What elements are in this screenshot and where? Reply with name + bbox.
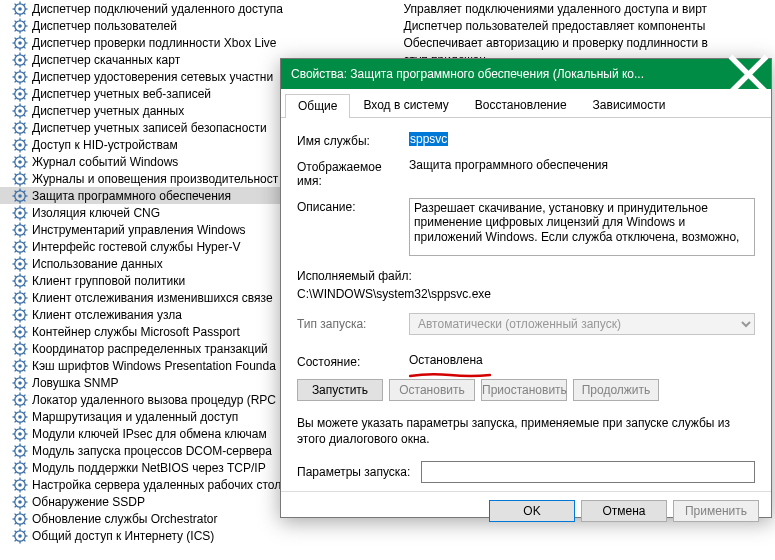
gear-icon <box>12 273 28 289</box>
service-name: Использование данных <box>32 257 163 271</box>
service-name: Интерфейс гостевой службы Hyper-V <box>32 240 240 254</box>
svg-line-216 <box>15 360 17 362</box>
svg-line-139 <box>15 233 17 235</box>
gear-icon <box>12 188 28 204</box>
service-name: Доступ к HID-устройствам <box>32 138 178 152</box>
svg-line-157 <box>24 267 26 269</box>
svg-line-138 <box>24 224 26 226</box>
gear-icon <box>12 392 28 408</box>
svg-line-108 <box>24 173 26 175</box>
svg-line-226 <box>15 377 17 379</box>
svg-point-241 <box>18 415 22 419</box>
svg-point-201 <box>18 347 22 351</box>
svg-line-58 <box>24 88 26 90</box>
svg-line-48 <box>24 71 26 73</box>
svg-line-129 <box>15 216 17 218</box>
gear-icon <box>12 511 28 527</box>
tab-recovery[interactable]: Восстановление <box>462 93 580 117</box>
dialog-titlebar[interactable]: Свойства: Защита программного обеспечени… <box>281 59 771 89</box>
svg-line-228 <box>24 377 26 379</box>
pause-button: Приостановить <box>481 379 567 401</box>
service-name: Координатор распределенных транзакций <box>32 342 268 356</box>
cancel-button[interactable]: Отмена <box>581 500 667 522</box>
service-name: Общий доступ к Интернету (ICS) <box>32 529 214 543</box>
svg-point-61 <box>18 109 22 113</box>
stop-button: Остановить <box>389 379 475 401</box>
gear-icon <box>12 154 28 170</box>
gear-icon <box>12 52 28 68</box>
ok-button[interactable]: OK <box>489 500 575 522</box>
gear-icon <box>12 375 28 391</box>
svg-line-188 <box>24 309 26 311</box>
svg-line-168 <box>24 275 26 277</box>
svg-line-117 <box>24 199 26 201</box>
svg-line-87 <box>24 148 26 150</box>
svg-line-189 <box>15 318 17 320</box>
tab-logon[interactable]: Вход в систему <box>350 93 461 117</box>
dialog-footer: OK Отмена Применить <box>281 491 771 530</box>
svg-point-51 <box>18 92 22 96</box>
svg-line-298 <box>24 496 26 498</box>
svg-line-278 <box>24 462 26 464</box>
svg-line-137 <box>24 233 26 235</box>
svg-line-279 <box>15 471 17 473</box>
state-value: Остановлена <box>409 353 483 367</box>
svg-line-128 <box>24 207 26 209</box>
service-row[interactable]: Диспетчер пользователей <box>0 17 388 34</box>
service-row[interactable]: Диспетчер подключений удаленного доступа <box>0 0 388 17</box>
svg-line-288 <box>24 479 26 481</box>
service-name-value[interactable]: sppsvc <box>409 132 448 146</box>
gear-icon <box>12 528 28 544</box>
start-button[interactable]: Запустить <box>297 379 383 401</box>
label-description: Описание: <box>297 198 409 259</box>
svg-line-18 <box>24 20 26 22</box>
red-underline-annotation <box>409 367 491 372</box>
svg-line-116 <box>15 190 17 192</box>
svg-line-186 <box>15 309 17 311</box>
service-name: Диспетчер учетных веб-записей <box>32 87 211 101</box>
gear-icon <box>12 18 28 34</box>
svg-line-8 <box>24 3 26 5</box>
svg-point-191 <box>18 330 22 334</box>
svg-line-196 <box>15 326 17 328</box>
service-properties-dialog: Свойства: Защита программного обеспечени… <box>280 58 772 518</box>
svg-line-286 <box>15 479 17 481</box>
service-name: Настройка сервера удаленных рабочих стол <box>32 478 281 492</box>
svg-line-107 <box>24 182 26 184</box>
hint-text: Вы можете указать параметры запуска, при… <box>297 415 755 447</box>
gear-icon <box>12 460 28 476</box>
svg-line-297 <box>24 505 26 507</box>
svg-line-258 <box>24 428 26 430</box>
svg-line-207 <box>24 352 26 354</box>
service-name: Маршрутизация и удаленный доступ <box>32 410 238 424</box>
svg-line-167 <box>24 284 26 286</box>
gear-icon <box>12 1 28 17</box>
svg-line-127 <box>24 216 26 218</box>
service-name: Защита программного обеспечения <box>32 189 231 203</box>
service-row[interactable]: Диспетчер проверки подлинности Xbox Live <box>0 34 388 51</box>
svg-point-311 <box>18 534 22 538</box>
svg-line-146 <box>15 241 17 243</box>
svg-line-276 <box>15 462 17 464</box>
gear-icon <box>12 69 28 85</box>
close-button[interactable] <box>726 59 771 89</box>
gear-icon <box>12 171 28 187</box>
svg-line-277 <box>24 471 26 473</box>
start-params-input[interactable] <box>421 461 755 483</box>
svg-point-131 <box>18 228 22 232</box>
display-name-value: Защита программного обеспечения <box>409 158 755 188</box>
svg-line-249 <box>15 420 17 422</box>
tab-general[interactable]: Общие <box>285 94 350 118</box>
svg-line-256 <box>15 428 17 430</box>
service-name: Инструментарий управления Windows <box>32 223 246 237</box>
service-name: Модуль поддержки NetBIOS через TCP/IP <box>32 461 266 475</box>
svg-line-177 <box>24 301 26 303</box>
svg-point-81 <box>18 143 22 147</box>
svg-line-66 <box>15 105 17 107</box>
tab-dependencies[interactable]: Зависимости <box>580 93 679 117</box>
service-description-row: Управляет подключениями удаленного досту… <box>388 0 776 17</box>
svg-line-257 <box>24 437 26 439</box>
svg-point-211 <box>18 364 22 368</box>
description-textarea[interactable]: Разрешает скачивание, установку и принуд… <box>409 198 755 256</box>
svg-line-187 <box>24 318 26 320</box>
